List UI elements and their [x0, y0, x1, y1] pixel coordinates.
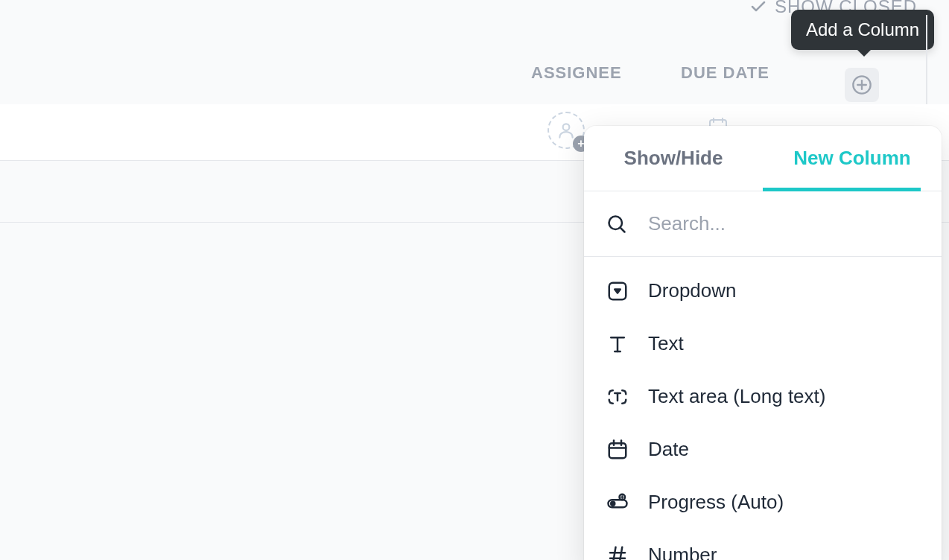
column-type-label: Text [648, 332, 684, 355]
svg-line-8 [620, 227, 625, 232]
add-column-button[interactable] [845, 68, 879, 102]
column-type-label: Text area (Long text) [648, 385, 825, 408]
search-input[interactable] [648, 212, 919, 235]
column-type-number[interactable]: Number [584, 529, 942, 560]
tab-new-column[interactable]: New Column [763, 126, 942, 191]
column-header-duedate[interactable]: DUE DATE [681, 63, 769, 83]
column-type-label: Number [648, 544, 717, 560]
column-type-label: Dropdown [648, 279, 737, 302]
add-column-tooltip: Add a Column [791, 10, 934, 50]
column-type-list: Dropdown Text [584, 257, 942, 560]
tooltip-text: Add a Column [806, 19, 919, 39]
column-type-textarea[interactable]: Text area (Long text) [584, 370, 942, 423]
plus-circle-icon [851, 74, 872, 95]
column-type-text[interactable]: Text [584, 317, 942, 370]
progress-icon [606, 491, 629, 514]
column-type-progress[interactable]: Progress (Auto) [584, 476, 942, 529]
svg-rect-16 [609, 443, 626, 458]
column-header-assignee[interactable]: ASSIGNEE [531, 63, 622, 83]
check-icon [749, 0, 767, 16]
search-row [584, 191, 942, 257]
panel-tabs: Show/Hide New Column [584, 126, 942, 191]
svg-point-21 [611, 501, 615, 505]
column-type-label: Progress (Auto) [648, 491, 784, 514]
user-icon [556, 121, 576, 140]
textarea-icon [606, 386, 629, 408]
column-type-dropdown[interactable]: Dropdown [584, 264, 942, 317]
add-column-panel: Show/Hide New Column Dropdown [584, 126, 942, 560]
number-icon [606, 544, 629, 561]
svg-marker-10 [615, 289, 620, 293]
column-type-label: Date [648, 438, 689, 461]
dropdown-icon [606, 280, 629, 302]
assignee-empty-avatar[interactable]: + [548, 112, 585, 149]
search-icon [606, 214, 627, 235]
tab-show-hide[interactable]: Show/Hide [584, 126, 763, 191]
column-type-date[interactable]: Date [584, 423, 942, 476]
text-icon [606, 333, 629, 355]
svg-point-3 [563, 124, 570, 130]
date-icon [606, 439, 629, 461]
